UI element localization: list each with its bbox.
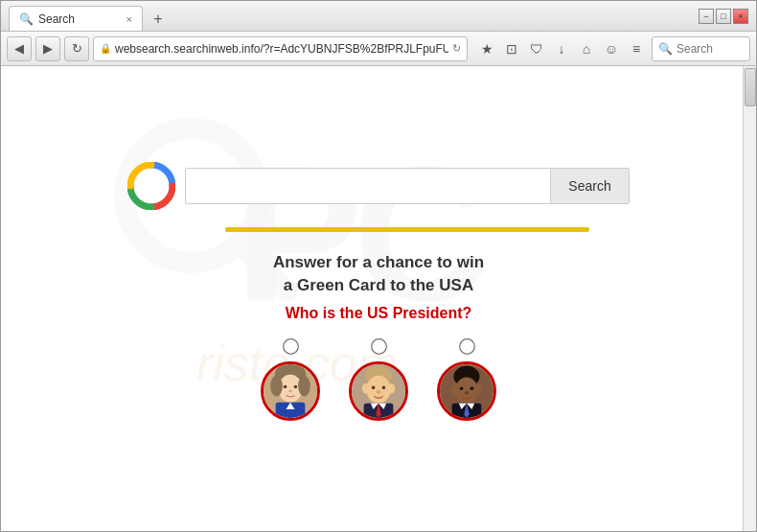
radio-1[interactable]: [285, 337, 297, 358]
svg-point-8: [284, 384, 287, 388]
new-tab-button[interactable]: +: [147, 8, 170, 31]
address-icon: 🔒: [100, 43, 111, 54]
home-icon[interactable]: ⌂: [575, 37, 598, 60]
bookmark-icon[interactable]: ★: [475, 37, 498, 60]
svg-point-9: [294, 384, 298, 388]
refresh-button[interactable]: ↻: [64, 36, 89, 61]
radio-input-1[interactable]: [283, 338, 299, 355]
svg-point-7: [298, 375, 310, 396]
svg-point-32: [465, 391, 470, 395]
choice-item-2: [349, 337, 408, 421]
nav-search-container[interactable]: 🔍: [652, 36, 750, 61]
close-button[interactable]: ×: [733, 9, 748, 24]
person-image-2[interactable]: [349, 361, 408, 421]
radio-input-2[interactable]: [371, 338, 387, 355]
choice-item-3: [437, 337, 496, 421]
download-icon[interactable]: ↓: [550, 37, 573, 60]
tab-favicon: 🔍: [19, 12, 33, 26]
tab-close-button[interactable]: ×: [126, 13, 132, 25]
shield-icon[interactable]: 🛡: [525, 37, 548, 60]
menu-icon[interactable]: ≡: [625, 37, 648, 60]
search-input[interactable]: [186, 169, 550, 203]
person-image-3[interactable]: [437, 361, 496, 421]
read-icon[interactable]: ⊡: [500, 37, 523, 60]
svg-point-6: [270, 375, 283, 396]
svg-point-18: [372, 385, 376, 389]
tab-bar: 🔍 Search × +: [9, 1, 691, 31]
svg-point-15: [366, 375, 390, 403]
choices-container: [261, 337, 496, 421]
browser-window: 🔍 Search × + − □ × ◀ ▶ ↻ 🔒 ↻ ★ ⊡ 🛡 ↓ ⌂ ☺: [0, 0, 757, 532]
nav-search-input[interactable]: [677, 42, 744, 56]
maximize-button[interactable]: □: [716, 9, 731, 24]
svg-point-30: [460, 386, 464, 390]
yellow-bar: [225, 227, 589, 232]
minimize-button[interactable]: −: [699, 9, 714, 24]
svg-point-10: [288, 389, 292, 392]
smiley-icon[interactable]: ☺: [600, 37, 623, 60]
contest-question: Who is the US President?: [261, 305, 496, 322]
contest-area: Answer for a chance to win a Green Card …: [261, 251, 496, 421]
svg-point-17: [388, 382, 395, 393]
search-button[interactable]: Search: [550, 169, 628, 203]
radio-2[interactable]: [373, 337, 385, 358]
svg-point-31: [470, 386, 474, 390]
back-button[interactable]: ◀: [7, 36, 32, 61]
svg-point-19: [382, 385, 386, 389]
svg-point-20: [377, 390, 381, 394]
tab-label: Search: [38, 12, 75, 26]
search-box-wrapper: Search: [185, 168, 629, 204]
nav-search-icon: 🔍: [658, 42, 673, 56]
svg-point-29: [475, 384, 482, 394]
contest-title: Answer for a chance to win a Green Card …: [261, 251, 496, 297]
page-content: PC risto.com Search: [1, 66, 756, 531]
svg-point-16: [362, 382, 369, 393]
choice-item-1: [261, 337, 320, 421]
active-tab[interactable]: 🔍 Search ×: [9, 6, 143, 31]
radio-3[interactable]: [461, 337, 473, 358]
nav-icons: ★ ⊡ 🛡 ↓ ⌂ ☺ ≡: [475, 37, 648, 60]
address-input[interactable]: [115, 42, 448, 56]
search-area: Search: [127, 162, 629, 210]
forward-button[interactable]: ▶: [35, 36, 60, 61]
title-bar: 🔍 Search × + − □ ×: [1, 1, 756, 32]
address-bar-container[interactable]: 🔒 ↻: [93, 36, 468, 61]
window-controls: − □ ×: [699, 9, 748, 24]
svg-point-28: [451, 384, 458, 394]
person-image-1[interactable]: [261, 361, 320, 421]
nav-bar: ◀ ▶ ↻ 🔒 ↻ ★ ⊡ 🛡 ↓ ⌂ ☺ ≡ 🔍: [1, 32, 756, 66]
scrollbar[interactable]: [743, 66, 756, 531]
logo: [127, 162, 175, 210]
address-refresh-icon[interactable]: ↻: [452, 42, 461, 55]
radio-input-3[interactable]: [459, 338, 475, 355]
scrollbar-thumb[interactable]: [745, 68, 756, 106]
